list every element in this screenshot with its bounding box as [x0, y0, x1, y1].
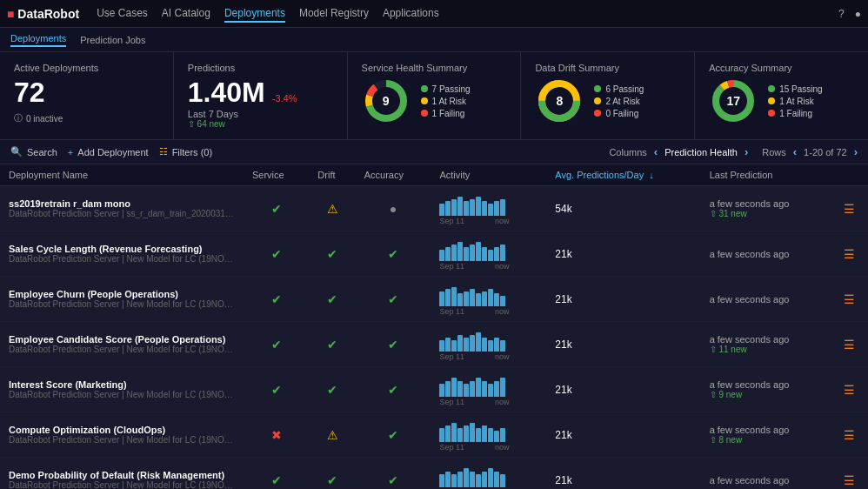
row-menu-icon[interactable]: ☰: [844, 383, 855, 397]
rows-next-arrow[interactable]: ›: [854, 145, 858, 158]
accuracy-count: 17: [726, 94, 740, 108]
cell-drift: ✔: [309, 322, 355, 367]
row-menu-icon[interactable]: ☰: [844, 292, 855, 306]
nav-use-cases[interactable]: Use Cases: [97, 5, 148, 23]
toolbar-right: Columns ‹ Prediction Health › Rows ‹ 1-2…: [609, 145, 858, 158]
accuracy-card: Accuracy Summary 17 15 Passing 1 At Risk…: [695, 52, 868, 139]
inactive-row: ⓘ 0 inactive: [14, 112, 159, 124]
columns-prev-arrow[interactable]: ‹: [654, 145, 658, 158]
predictions-value: 1.40M: [188, 77, 265, 109]
row-menu-icon[interactable]: ☰: [844, 247, 855, 261]
data-drift-donut: 8 6 Passing 2 At Risk 0 Failing: [535, 77, 680, 125]
filter-icon: ☷: [159, 146, 168, 157]
table-row[interactable]: Sales Cycle Length (Revenue Forecasting)…: [0, 231, 868, 277]
active-deployments-card: Active Deployments 72 ⓘ 0 inactive: [0, 52, 174, 139]
cell-menu[interactable]: ☰: [830, 412, 868, 458]
cell-last-pred: a few seconds ago: [701, 231, 830, 277]
cell-drift: ✔: [309, 231, 355, 277]
nav-model-registry[interactable]: Model Registry: [299, 5, 369, 23]
cell-service: ✔: [244, 277, 309, 322]
nav-right: ? ●: [838, 8, 861, 20]
cell-menu[interactable]: ☰: [830, 458, 868, 490]
cell-last-pred: a few seconds ago ⇧ 9 new: [701, 367, 830, 412]
table-row[interactable]: Interest Score (Marketing) DataRobot Pre…: [0, 367, 868, 412]
cell-accuracy: ✔: [356, 367, 431, 412]
cell-menu[interactable]: ☰: [830, 322, 868, 367]
add-icon: +: [68, 147, 73, 157]
nav-applications[interactable]: Applications: [383, 5, 439, 23]
th-drift[interactable]: Drift: [309, 164, 355, 186]
toolbar-left: 🔍 Search + Add Deployment ☷ Filters (0): [10, 146, 609, 157]
cell-menu[interactable]: ☰: [830, 367, 868, 412]
nav-ai-catalog[interactable]: AI Catalog: [162, 5, 210, 23]
col-view-label: Prediction Health: [664, 147, 738, 157]
help-icon[interactable]: ?: [838, 8, 845, 20]
deployments-table: Deployment Name Service Drift Accuracy A…: [0, 164, 868, 489]
cell-accuracy: ✔: [356, 458, 431, 490]
th-deployment-name[interactable]: Deployment Name: [0, 164, 244, 186]
cell-service: ✔: [244, 186, 309, 231]
table-row[interactable]: Employee Candidate Score (People Operati…: [0, 322, 868, 367]
cell-avg-pred: 21k: [546, 412, 700, 458]
user-icon[interactable]: ●: [855, 8, 861, 20]
table-row[interactable]: ss2019retrain r_dam mono DataRobot Predi…: [0, 186, 868, 231]
row-menu-icon[interactable]: ☰: [844, 428, 855, 442]
table-row[interactable]: Employee Churn (People Operations) DataR…: [0, 277, 868, 322]
cell-service: ✔: [244, 231, 309, 277]
cell-last-pred: a few seconds ago ⇧ 11 new: [701, 322, 830, 367]
th-activity[interactable]: Activity: [431, 164, 546, 186]
summary-row: Active Deployments 72 ⓘ 0 inactive Predi…: [0, 52, 868, 140]
th-actions: [830, 164, 868, 186]
cell-dep-name: Demo Probability of Default (Risk Manage…: [0, 458, 244, 490]
th-last-prediction[interactable]: Last Prediction: [701, 164, 830, 186]
cell-avg-pred: 21k: [546, 231, 700, 277]
cell-dep-name: Interest Score (Marketing) DataRobot Pre…: [0, 367, 244, 412]
cell-activity: Sep 11now: [431, 186, 546, 231]
cell-dep-name: Employee Churn (People Operations) DataR…: [0, 277, 244, 322]
cell-menu[interactable]: ☰: [830, 231, 868, 277]
cell-menu[interactable]: ☰: [830, 186, 868, 231]
rows-prev-arrow[interactable]: ‹: [793, 145, 797, 158]
filters-button[interactable]: ☷ Filters (0): [159, 146, 212, 157]
nav-items: Use Cases AI Catalog Deployments Model R…: [97, 5, 838, 23]
info-icon: ⓘ: [14, 112, 23, 124]
columns-next-arrow[interactable]: ›: [744, 145, 748, 158]
cell-service: ✔: [244, 367, 309, 412]
predictions-title: Predictions: [188, 63, 333, 73]
cell-accuracy: ✔: [356, 231, 431, 277]
nav-deployments[interactable]: Deployments: [224, 5, 285, 23]
cell-avg-pred: 21k: [546, 277, 700, 322]
cell-dep-name: Sales Cycle Length (Revenue Forecasting)…: [0, 231, 244, 277]
accuracy-title: Accuracy Summary: [709, 63, 854, 73]
table-row[interactable]: Demo Probability of Default (Risk Manage…: [0, 458, 868, 490]
cell-activity: Sep 11now: [431, 458, 546, 490]
accuracy-donut: 17 15 Passing 1 At Risk 1 Failing: [709, 77, 854, 125]
inactive-label: 0 inactive: [26, 114, 63, 124]
cell-dep-name: Employee Candidate Score (People Operati…: [0, 322, 244, 367]
search-button[interactable]: 🔍 Search: [10, 146, 57, 157]
th-avg-predictions[interactable]: Avg. Predictions/Day ↓: [546, 164, 700, 186]
service-health-count: 9: [383, 94, 390, 108]
table-container: Deployment Name Service Drift Accuracy A…: [0, 164, 868, 489]
cell-last-pred: a few seconds ago ⇧ 8 new: [701, 412, 830, 458]
cell-activity: Sep 11now: [431, 277, 546, 322]
th-service[interactable]: Service: [244, 164, 309, 186]
service-health-legend: 7 Passing 1 At Risk 1 Failing: [421, 84, 471, 118]
row-menu-icon[interactable]: ☰: [844, 202, 855, 216]
subnav-deployments[interactable]: Deployments: [10, 33, 66, 47]
logo[interactable]: ■ DataRobot: [7, 7, 79, 21]
row-menu-icon[interactable]: ☰: [844, 473, 855, 487]
row-menu-icon[interactable]: ☰: [844, 338, 855, 352]
cell-avg-pred: 21k: [546, 322, 700, 367]
th-accuracy[interactable]: Accuracy: [356, 164, 431, 186]
table-row[interactable]: Compute Optimization (CloudOps) DataRobo…: [0, 412, 868, 458]
cell-avg-pred: 21k: [546, 367, 700, 412]
accuracy-legend: 15 Passing 1 At Risk 1 Failing: [768, 84, 822, 118]
cell-service: ✖: [244, 412, 309, 458]
cell-service: ✔: [244, 322, 309, 367]
rows-label: Rows: [762, 147, 786, 157]
cell-menu[interactable]: ☰: [830, 277, 868, 322]
add-deployment-button[interactable]: + Add Deployment: [68, 147, 149, 157]
subnav-prediction-jobs[interactable]: Prediction Jobs: [80, 35, 145, 45]
cell-drift: ⚠: [309, 186, 355, 231]
